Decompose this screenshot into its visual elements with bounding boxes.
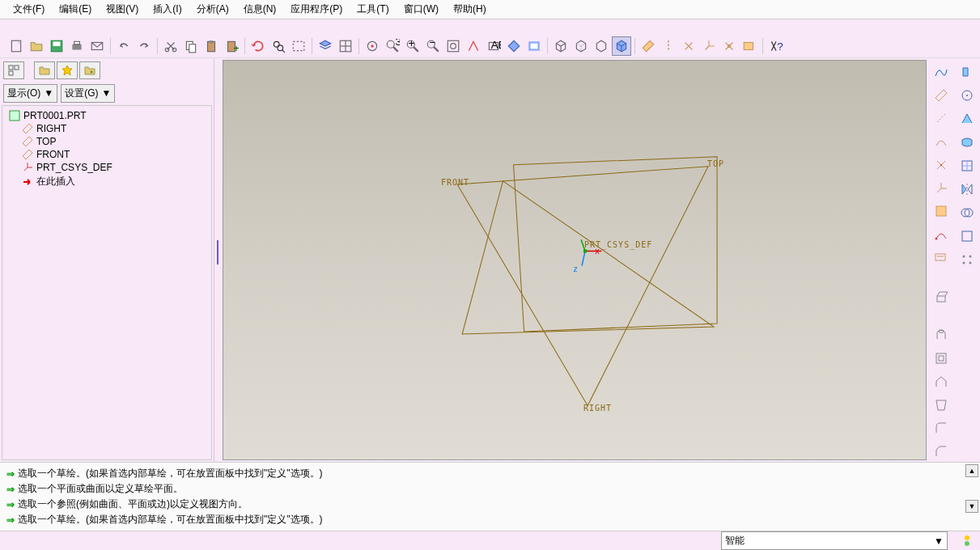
open-button[interactable] [27,36,46,56]
tree-item-front[interactable]: FRONT [6,148,208,161]
tree-root[interactable]: PRT0001.PRT [6,109,208,122]
save-button[interactable] [47,36,66,56]
style-button[interactable] [957,155,978,176]
folder-browser-button[interactable] [34,61,55,79]
pattern-button[interactable] [957,249,978,270]
no-hidden-button[interactable] [592,36,611,56]
draft-button[interactable] [931,395,952,416]
csys-display-button[interactable] [699,36,719,56]
svg-rect-46 [583,249,587,252]
copy-button[interactable] [181,36,201,56]
saved-view-button[interactable]: AB [484,36,503,56]
regen-button[interactable] [248,36,268,56]
menu-app[interactable]: 应用程序(P) [284,1,349,18]
datum-csys-button[interactable] [931,178,952,199]
zoom-in-button[interactable]: + [403,36,422,56]
hidden-line-button[interactable] [571,36,591,56]
blend-button[interactable] [957,108,978,129]
view-manager-button[interactable] [336,36,355,56]
extrude-button[interactable] [931,286,952,307]
datum-curve-button[interactable] [931,131,952,152]
splitter[interactable] [214,58,221,462]
svg-point-23 [387,40,394,48]
zoom-fit-button[interactable] [443,36,463,56]
render-button[interactable] [524,36,544,56]
menu-info[interactable]: 信息(N) [237,1,283,18]
spin-center-button[interactable] [363,36,382,56]
datum-axis-button[interactable] [931,108,952,129]
tree-nav-button[interactable] [3,61,24,79]
shading-button[interactable] [612,36,631,56]
chamfer-button[interactable] [931,441,952,462]
front-plane-label: FRONT [441,178,469,187]
scroll-up-button[interactable]: ▲ [965,464,978,477]
tree-item-top[interactable]: TOP [6,135,208,148]
settings-dropdown[interactable]: 设置(G) ▼ [61,84,115,103]
plane-icon [22,136,33,147]
menu-window[interactable]: 窗口(W) [397,1,445,18]
find-button[interactable] [269,36,288,56]
folder-nav-button[interactable] [79,61,100,79]
round-button[interactable] [931,417,952,438]
print-button[interactable] [67,36,87,56]
right-toolbars [928,58,980,462]
menu-analysis[interactable]: 分析(A) [190,1,235,18]
datum-axis-display-button[interactable] [659,36,678,56]
menu-edit[interactable]: 编辑(E) [53,1,98,18]
panel-toolbar [0,58,214,82]
curve-sketch-button[interactable] [931,224,952,245]
hole-button[interactable] [931,324,952,345]
shell-button[interactable] [931,348,952,369]
menu-view[interactable]: 视图(V) [100,1,145,18]
sketch-button[interactable] [931,201,952,222]
sweep-button[interactable] [957,85,978,106]
orient-button[interactable]: 3 [383,36,402,56]
help-button[interactable]: ? [766,36,786,56]
scroll-down-button[interactable]: ▼ [965,500,978,513]
filter-select[interactable]: 智能▼ [721,531,948,550]
zoom-out-button[interactable]: − [423,36,443,56]
favorites-button[interactable] [57,61,78,79]
menu-insert[interactable]: 插入(I) [146,1,188,18]
svg-point-22 [371,44,373,47]
mirror-button[interactable] [957,179,978,200]
merge-button[interactable] [957,202,978,223]
main-toolbar: + 3 + − AB ? [0,34,980,58]
sketch-spline-button[interactable] [931,61,952,82]
viewport[interactable]: TOP FRONT RIGHT PRT_CSYS_DEF x z [223,60,927,460]
variable-sweep-button[interactable] [957,132,978,153]
datum-plane-button[interactable] [931,85,952,106]
show-dropdown[interactable]: 显示(O) ▼ [3,84,57,103]
datum-point-button[interactable] [931,154,952,176]
email-button[interactable] [87,36,107,56]
select-button[interactable] [289,36,308,56]
datum-point-display-button[interactable] [679,36,698,56]
model-tree[interactable]: PRT0001.PRT RIGHT TOP FRONT PRT_CSYS_DEF… [2,105,212,460]
tree-item-right[interactable]: RIGHT [6,122,208,135]
redo-button[interactable] [134,36,154,56]
layer-button[interactable] [316,36,335,56]
menu-help[interactable]: 帮助(H) [447,1,493,18]
reorient-button[interactable] [464,36,483,56]
paste-special-button[interactable]: + [222,36,241,56]
paste-button[interactable] [202,36,221,56]
wireframe-button[interactable] [551,36,571,56]
rib-button[interactable] [931,371,952,392]
datum-plane-display-button[interactable] [638,36,658,56]
tree-item-label: 在此插入 [36,175,75,188]
menu-tools[interactable]: 工具(T) [350,1,395,18]
svg-line-45 [582,251,585,265]
revolve-button[interactable] [957,61,978,82]
tree-item-csys[interactable]: PRT_CSYS_DEF [6,161,208,174]
annotation-display-button[interactable] [719,36,739,56]
annotation-icon-button[interactable] [740,36,759,56]
csys-icon [22,162,33,173]
appearance-button[interactable] [504,36,524,56]
cut-button[interactable] [161,36,180,56]
undo-button[interactable] [114,36,134,56]
menu-file[interactable]: 文件(F) [6,1,51,18]
tree-item-insert[interactable]: 在此插入 [6,174,208,189]
trim-button[interactable] [957,226,978,247]
new-button[interactable] [6,36,26,56]
annotation-button[interactable] [931,248,952,269]
